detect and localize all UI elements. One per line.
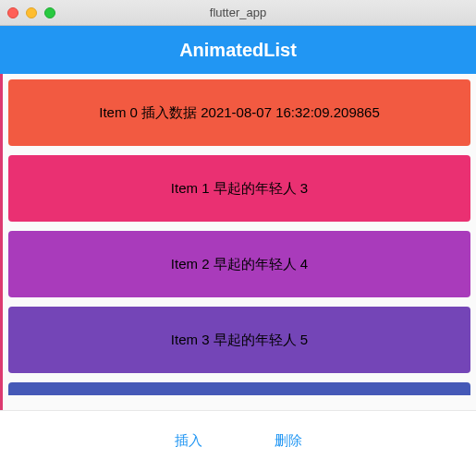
maximize-icon[interactable] <box>44 7 55 18</box>
list-item[interactable]: Item 0 插入数据 2021-08-07 16:32:09.209865 <box>8 79 470 146</box>
insert-button[interactable]: 插入 <box>164 425 214 457</box>
delete-button[interactable]: 删除 <box>263 425 313 457</box>
list-item-label: Item 1 早起的年轻人 3 <box>171 180 308 198</box>
list-item-label: Item 2 早起的年轻人 4 <box>171 256 308 273</box>
list-item[interactable]: Item 1 早起的年轻人 3 <box>8 155 470 222</box>
traffic-lights <box>7 7 55 18</box>
animated-list[interactable]: Item 0 插入数据 2021-08-07 16:32:09.209865 I… <box>0 74 476 410</box>
list-item-label: Item 0 插入数据 2021-08-07 16:32:09.209865 <box>99 104 380 122</box>
window-titlebar: flutter_app <box>0 0 476 26</box>
list-item[interactable]: Item 3 早起的年轻人 5 <box>8 307 470 373</box>
bottom-action-bar: 插入 删除 <box>0 410 476 471</box>
list-item[interactable] <box>8 382 470 395</box>
window-title: flutter_app <box>0 6 476 19</box>
app-bar: AnimatedList <box>0 26 476 74</box>
list-item-label: Item 3 早起的年轻人 5 <box>171 332 308 349</box>
close-icon[interactable] <box>7 7 18 18</box>
page-title: AnimatedList <box>179 40 297 61</box>
list-item[interactable]: Item 2 早起的年轻人 4 <box>8 231 470 297</box>
minimize-icon[interactable] <box>26 7 37 18</box>
